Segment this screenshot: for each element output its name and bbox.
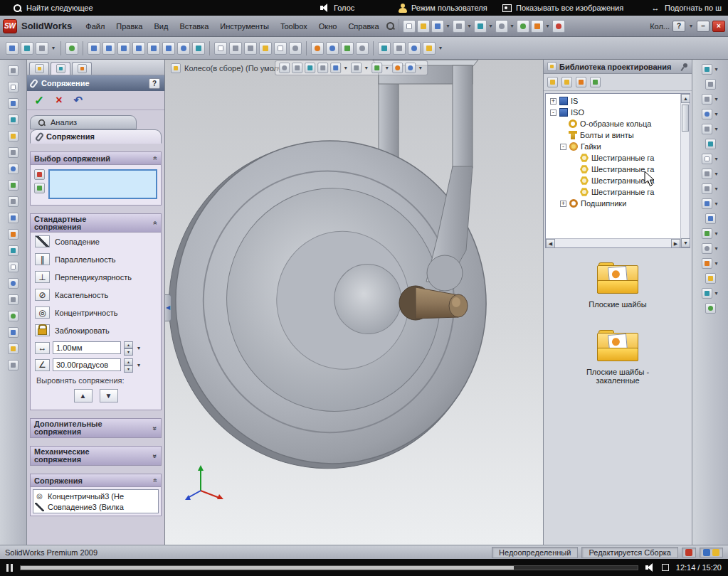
previous-view-icon[interactable] — [705, 139, 716, 149]
mate-perpendicular[interactable]: ⊥ Перпендикулярность — [31, 268, 161, 286]
display-style-icon[interactable] — [351, 63, 362, 73]
tree-vertical-scrollbar[interactable]: ▲ ▼ — [680, 94, 690, 247]
cancel-button[interactable]: × — [56, 94, 62, 107]
zoom-area-icon[interactable] — [702, 94, 712, 105]
tree-item-iso[interactable]: - ISO — [547, 107, 679, 118]
dropdown-icon[interactable]: ▾ — [714, 260, 719, 267]
shaded-icon[interactable] — [705, 213, 716, 224]
exploded-view-icon[interactable] — [177, 42, 190, 55]
assembly-features-icon[interactable] — [132, 42, 145, 55]
add-file-location-icon[interactable] — [561, 77, 572, 87]
axis-icon[interactable] — [8, 311, 19, 321]
fillet-tool-icon[interactable] — [423, 42, 436, 55]
find-next-button[interactable]: Найти следующее — [13, 0, 93, 16]
options-icon[interactable] — [531, 20, 544, 33]
minimize-button[interactable]: – — [697, 21, 709, 32]
create-new-folder-icon[interactable] — [576, 77, 586, 87]
dropdown-icon[interactable]: ▾ — [714, 171, 719, 177]
mates-list-item[interactable]: ◎ Концентричный3 (Не — [35, 491, 157, 501]
panel-help-button[interactable]: ? — [149, 78, 160, 89]
fullscreen-icon[interactable] — [662, 564, 669, 571]
pattern-dropdown-icon[interactable]: ▾ — [51, 45, 56, 51]
select-icon[interactable] — [495, 20, 508, 33]
insert-component-icon[interactable] — [6, 42, 19, 55]
solidworks-search-icon[interactable] — [386, 21, 395, 31]
new-document-icon[interactable] — [403, 20, 416, 33]
library-folder-flat-washers[interactable]: Плоские шайбы — [571, 262, 664, 309]
distance-dropdown-icon[interactable]: ▾ — [136, 345, 142, 351]
expander-icon[interactable]: + — [560, 201, 566, 207]
appearance-target-icon[interactable] — [702, 288, 712, 299]
graphics-viewport[interactable]: Колесо(в сборе) (По умолч... ▾ ▾ ▾ ▾ — [165, 60, 543, 545]
menu-view[interactable]: Вид — [149, 20, 174, 33]
anti-aligned-button[interactable]: ▼ — [100, 389, 118, 402]
relations-icon[interactable] — [8, 147, 19, 158]
standard-views-icon[interactable] — [702, 154, 712, 164]
volume-icon[interactable] — [645, 563, 655, 572]
show-all-images-button[interactable]: Показывать все изображения — [502, 0, 623, 16]
advanced-mates-header[interactable]: Дополнительные сопряжения » — [31, 419, 161, 437]
dimension-icon[interactable] — [8, 131, 19, 142]
circle-tool-icon[interactable] — [408, 42, 421, 55]
surfaces-icon[interactable] — [8, 114, 19, 125]
zoom-fit-icon[interactable] — [279, 63, 290, 73]
tree-horizontal-scrollbar[interactable]: ◀ ▶ — [546, 238, 680, 247]
scene-icon[interactable] — [705, 303, 716, 314]
pushpin-icon[interactable] — [680, 63, 688, 71]
trim-tool-icon[interactable] — [393, 42, 406, 55]
tree-item-orings[interactable]: О-образные кольца — [547, 118, 679, 129]
distribute-icon[interactable] — [244, 42, 257, 55]
angle-spinner[interactable]: ▴▾ — [124, 358, 133, 371]
add-to-library-icon[interactable] — [547, 77, 558, 87]
perspective-icon[interactable] — [705, 273, 716, 284]
pause-button[interactable] — [6, 564, 13, 572]
mate-reference-icon[interactable] — [8, 360, 19, 370]
ok-button[interactable]: ✓ — [34, 93, 44, 108]
select-dropdown-icon[interactable]: ▾ — [510, 23, 515, 29]
mirror-entities-icon[interactable] — [8, 213, 19, 223]
voice-button[interactable]: Голос — [320, 0, 354, 16]
print-dropdown-icon[interactable]: ▾ — [467, 23, 473, 29]
mate-lock[interactable]: Заблокировать — [31, 321, 161, 339]
distance-spinner[interactable]: ▴▾ — [124, 341, 133, 354]
undo-icon[interactable] — [474, 20, 487, 33]
dropdown-icon[interactable]: ▾ — [714, 156, 719, 162]
tab-analysis[interactable]: Анализ — [30, 115, 137, 129]
scene-icon[interactable] — [341, 42, 354, 55]
linear-pattern-icon[interactable] — [8, 229, 19, 240]
section-view-icon[interactable] — [356, 42, 369, 55]
menu-insert[interactable]: Вставка — [174, 20, 213, 33]
align-icon[interactable] — [229, 42, 242, 55]
tools-dropdown-icon[interactable]: ▾ — [438, 45, 443, 51]
pan-icon[interactable] — [702, 124, 712, 134]
tree-item-hex-nut-3[interactable]: Шестигранные га — [547, 175, 679, 186]
angle-field[interactable]: 30.00градусов — [53, 358, 121, 371]
mate-selections-header[interactable]: Выбор сопряжений » — [31, 152, 161, 165]
menu-window[interactable]: Окно — [314, 20, 342, 33]
scrollbar-track[interactable] — [555, 239, 671, 247]
mate-coincident[interactable]: Совпадение — [31, 233, 161, 250]
multiple-mate-icon[interactable] — [34, 183, 45, 193]
undo-button[interactable]: ↶ — [74, 94, 83, 107]
tab-mates[interactable]: Сопряжения — [30, 129, 162, 144]
zoom-fit-icon[interactable] — [705, 79, 716, 90]
mates-list[interactable]: ◎ Концентричный3 (Не Совпадение3 (Вилка — [33, 489, 159, 513]
angle-dropdown-icon[interactable]: ▾ — [136, 362, 142, 368]
motion-study-icon[interactable] — [162, 42, 175, 55]
display-style-dropdown-icon[interactable]: ▾ — [364, 65, 369, 71]
menu-help[interactable]: Справка — [343, 20, 384, 33]
status-rebuild-cell[interactable] — [682, 548, 696, 558]
previous-view-icon[interactable] — [305, 63, 315, 73]
line-tool-icon[interactable] — [378, 42, 391, 55]
mate-concentric[interactable]: ◎ Концентричность — [31, 304, 161, 321]
tree-item-hex-nut-4[interactable]: Шестигранные га — [547, 186, 679, 198]
scroll-down-icon[interactable]: ▼ — [681, 238, 690, 247]
hide-show-items-icon[interactable] — [371, 63, 382, 73]
close-button[interactable]: × — [712, 21, 725, 32]
equations-icon[interactable] — [274, 42, 287, 55]
measure-icon[interactable] — [289, 42, 302, 55]
point-icon[interactable] — [8, 343, 19, 354]
shaded-with-edges-icon[interactable] — [702, 198, 712, 209]
features-icon[interactable] — [8, 98, 19, 109]
library-folder-flat-washers-hardened[interactable]: Плоские шайбы - закаленные — [571, 330, 664, 385]
